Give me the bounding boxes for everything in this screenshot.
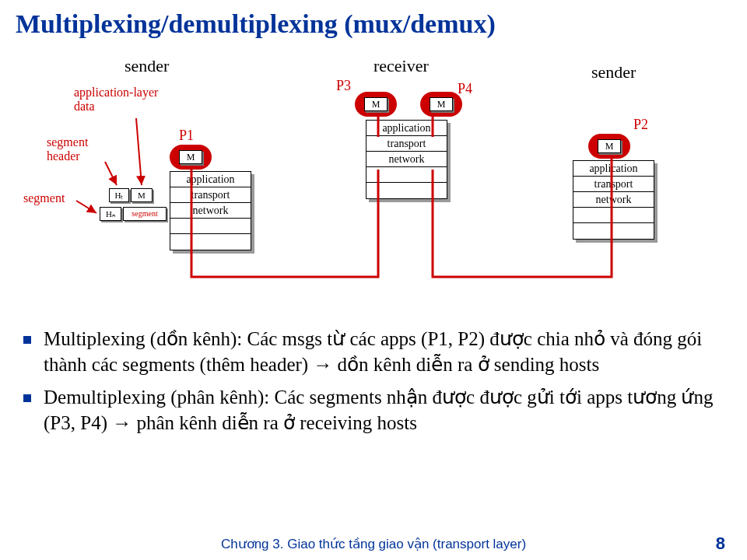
row-network: network (170, 203, 251, 219)
process-p1: M (170, 145, 212, 170)
label-p3: P3 (336, 78, 351, 94)
label-p4: P4 (458, 81, 472, 97)
footer-text: Chương 3. Giao thức tầng giao vận (trans… (0, 536, 747, 552)
label-sender-left: sender (124, 56, 169, 76)
row-transport: transport (573, 177, 654, 192)
process-p3: M (355, 92, 397, 117)
process-p3-m: M (364, 97, 388, 111)
diagram: sender receiver sender application-layer… (0, 48, 747, 328)
row-network: network (573, 192, 654, 208)
row-blank (170, 234, 251, 250)
label-app-layer-data: application-layer data (74, 86, 158, 114)
process-p4: M (420, 92, 462, 117)
bullet-item: Demultiplexing (phân kênh): Các segments… (23, 385, 724, 436)
process-p1-m: M (179, 150, 202, 164)
process-p4-m: M (430, 97, 453, 111)
row-transport: transport (366, 136, 447, 152)
bullet-square-icon (23, 336, 31, 344)
row-application: application (573, 161, 654, 177)
row-blank (366, 183, 447, 198)
seg-hn: Hₙ (100, 207, 121, 221)
row-blank (573, 208, 654, 223)
row-blank (366, 167, 447, 183)
bullet-text: Demultiplexing (phân kênh): Các segments… (44, 385, 724, 436)
bullet-list: Multiplexing (dồn kênh): Các msgs từ các… (23, 327, 724, 443)
page-title: Multiplexing/demultiplexing (mux/demux) (16, 9, 496, 39)
label-segment-header: segment header (47, 135, 88, 163)
process-p2: M (588, 134, 630, 159)
row-blank (170, 219, 251, 234)
label-p2: P2 (633, 117, 648, 133)
seg-ht: Hₜ (109, 188, 129, 202)
bullet-item: Multiplexing (dồn kênh): Các msgs từ các… (23, 327, 724, 377)
row-network: network (366, 152, 447, 167)
stack-receiver: application transport network (366, 120, 447, 199)
bullet-text: Multiplexing (dồn kênh): Các msgs từ các… (44, 327, 724, 377)
stack-sender-left: application transport network (170, 171, 251, 250)
label-receiver: receiver (374, 56, 429, 76)
row-blank (573, 223, 654, 239)
row-application: application (170, 172, 251, 187)
row-application: application (366, 121, 447, 136)
label-p1: P1 (179, 128, 194, 144)
process-p2-m: M (598, 139, 621, 153)
label-sender-right: sender (591, 62, 636, 82)
page-number: 8 (716, 534, 725, 554)
stack-sender-right: application transport network (573, 160, 654, 240)
row-transport: transport (170, 187, 251, 203)
seg-m: M (131, 188, 153, 202)
label-segment: segment (23, 191, 65, 205)
seg-segment: segment (123, 207, 167, 221)
bullet-square-icon (23, 394, 31, 402)
